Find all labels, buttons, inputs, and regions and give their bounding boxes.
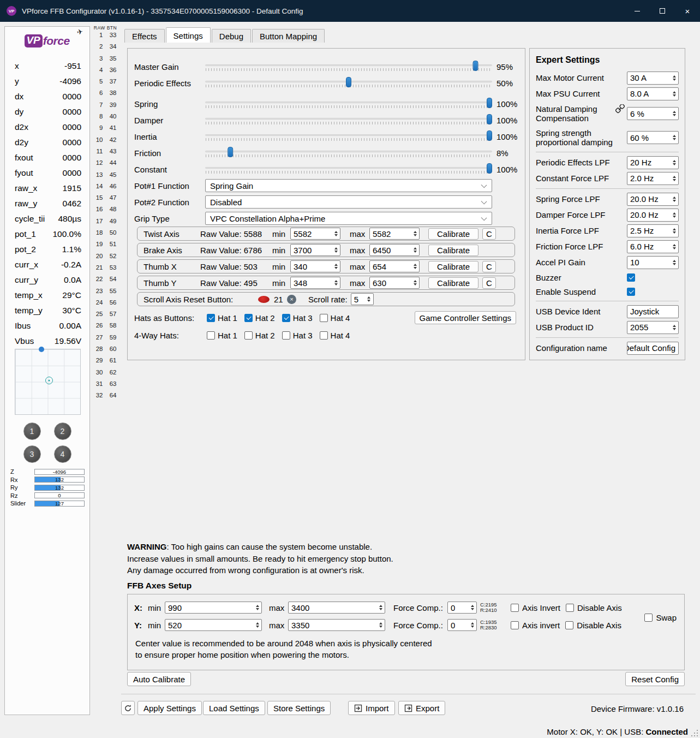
spin-down-icon[interactable] [367, 300, 370, 302]
constant-slider[interactable] [205, 163, 492, 175]
y-invert-checkbox[interactable] [511, 621, 519, 629]
spinner-arrows[interactable] [376, 620, 385, 630]
link-icon[interactable] [615, 104, 625, 115]
hat-2-buttons-checkbox[interactable] [244, 314, 253, 322]
twist-axis-max-spinner[interactable]: 5582 [369, 228, 420, 240]
inertia-slider[interactable] [205, 130, 492, 142]
usb-product-id-spinner[interactable]: 2055 [627, 321, 679, 334]
spinner-arrows[interactable] [670, 241, 678, 253]
spinner-arrows[interactable] [670, 193, 678, 205]
reset-config-button[interactable]: Reset Config [625, 672, 685, 686]
swap-checkbox[interactable] [644, 614, 653, 622]
spin-down-icon[interactable] [379, 626, 382, 628]
spin-up-icon[interactable] [673, 176, 676, 178]
spinner-arrows[interactable] [468, 620, 476, 630]
hat-2-4way-checkbox[interactable] [244, 331, 253, 340]
hat-1-4way-checkbox[interactable] [207, 331, 215, 340]
spin-down-icon[interactable] [414, 251, 417, 253]
twist-axis-min-spinner[interactable]: 5582 [290, 228, 340, 240]
spin-down-icon[interactable] [414, 283, 417, 285]
spinner-arrows[interactable] [670, 88, 678, 100]
slider-handle[interactable] [487, 163, 492, 174]
spin-up-icon[interactable] [673, 75, 676, 78]
periodic-effects-slider[interactable] [205, 77, 492, 89]
resize-grip[interactable] [691, 729, 698, 736]
spinner-arrows[interactable] [411, 245, 419, 255]
enable-suspend-checkbox[interactable] [627, 288, 635, 296]
spin-up-icon[interactable] [673, 91, 676, 93]
spin-up-icon[interactable] [673, 260, 676, 262]
buzzer-checkbox[interactable] [627, 273, 635, 282]
brake-axis-max-spinner[interactable]: 6450 [369, 244, 420, 256]
spin-down-icon[interactable] [334, 267, 338, 269]
spinner-arrows[interactable] [670, 108, 678, 120]
y-max-spinner[interactable]: 3350 [288, 619, 385, 631]
spin-up-icon[interactable] [673, 197, 676, 199]
spinner-arrows[interactable] [332, 261, 340, 272]
inertia-force-lpf-spinner[interactable]: 2.5 Hz [627, 224, 679, 237]
spin-up-icon[interactable] [334, 247, 338, 249]
game-controller-settings-button[interactable]: Game Controller Settings [415, 311, 516, 324]
spin-down-icon[interactable] [673, 138, 676, 140]
tab-settings[interactable]: Settings [166, 27, 211, 43]
configuration-name-field[interactable]: Default Config [627, 342, 679, 355]
x-disable-checkbox[interactable] [566, 604, 574, 612]
maximize-button[interactable] [650, 0, 675, 22]
spin-up-icon[interactable] [471, 605, 474, 607]
spin-down-icon[interactable] [414, 234, 417, 236]
y-disable-checkbox[interactable] [565, 621, 573, 629]
pot-2-function-dropdown[interactable]: Disabled [205, 195, 492, 209]
spinner-arrows[interactable] [670, 257, 678, 269]
spin-down-icon[interactable] [673, 114, 676, 116]
spin-down-icon[interactable] [673, 247, 676, 249]
spin-down-icon[interactable] [673, 94, 676, 97]
slider-handle[interactable] [228, 147, 233, 157]
usb-device-ident-field[interactable]: Joystick [627, 305, 679, 318]
grip-type-dropdown[interactable]: VPC Constellation Alpha+Prime [205, 212, 492, 225]
spinner-arrows[interactable] [670, 172, 678, 184]
pot-1-function-dropdown[interactable]: Spring Gain [205, 179, 492, 192]
spin-up-icon[interactable] [256, 622, 259, 624]
constant-force-lpf-spinner[interactable]: 2.0 Hz [627, 172, 679, 185]
spin-down-icon[interactable] [673, 216, 676, 218]
slider-handle[interactable] [346, 77, 351, 87]
spin-up-icon[interactable] [673, 135, 676, 137]
spin-down-icon[interactable] [379, 608, 382, 610]
spin-down-icon[interactable] [673, 163, 676, 165]
spin-up-icon[interactable] [673, 111, 676, 113]
spinner-arrows[interactable] [365, 294, 373, 305]
spinner-arrows[interactable] [411, 277, 419, 288]
spin-down-icon[interactable] [334, 234, 338, 236]
x-invert-checkbox[interactable] [511, 604, 519, 612]
thumb-y-max-spinner[interactable]: 630 [369, 277, 420, 289]
spinner-arrows[interactable] [670, 225, 678, 237]
thumb-y-min-spinner[interactable]: 348 [290, 277, 340, 289]
friction-force-lpf-spinner[interactable]: 6.0 Hz [627, 240, 679, 253]
spinner-arrows[interactable] [670, 209, 678, 221]
scroll-rate-spinner[interactable]: 5 [351, 293, 374, 305]
refresh-button[interactable] [121, 701, 135, 715]
load-settings-button[interactable]: Load Settings [203, 701, 265, 715]
spin-down-icon[interactable] [673, 328, 676, 330]
max-motor-current-spinner[interactable]: 30 A [627, 72, 679, 85]
spring-strength-proportional-damping-spinner[interactable]: 60 % [627, 131, 679, 144]
auto-calibrate-button[interactable]: Auto Calibrate [127, 672, 191, 686]
slider-handle[interactable] [487, 114, 492, 124]
spinner-arrows[interactable] [411, 261, 419, 272]
spin-up-icon[interactable] [379, 605, 382, 607]
spin-up-icon[interactable] [673, 228, 676, 230]
spin-down-icon[interactable] [471, 608, 474, 610]
spin-up-icon[interactable] [334, 264, 338, 266]
x-force-comp-spinner[interactable]: 0 [447, 602, 477, 614]
hat-1-buttons-checkbox[interactable] [207, 314, 215, 322]
thumb-y-c-button[interactable]: C [482, 277, 496, 289]
spinner-arrows[interactable] [468, 602, 476, 613]
twist-axis-c-button[interactable]: C [482, 228, 496, 240]
max-psu-current-spinner[interactable]: 8.0 A [627, 87, 679, 100]
spin-up-icon[interactable] [414, 231, 417, 233]
spring-slider[interactable] [205, 98, 492, 110]
spinner-arrows[interactable] [253, 602, 261, 613]
spinner-arrows[interactable] [670, 322, 678, 334]
minimize-button[interactable] [625, 0, 650, 22]
accel-pi-gain-spinner[interactable]: 10 [627, 256, 679, 269]
